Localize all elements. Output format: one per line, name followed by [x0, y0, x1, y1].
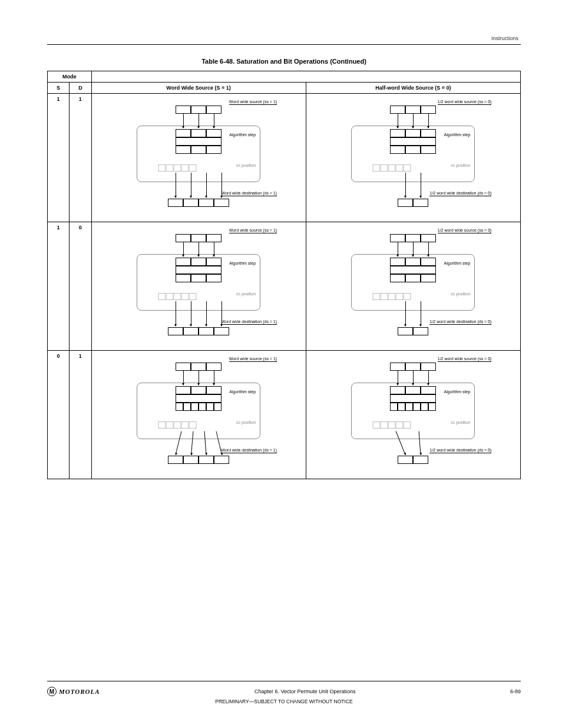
diagram-box — [183, 403, 191, 411]
diagram-box — [390, 274, 405, 282]
diagram-box — [191, 403, 199, 411]
diagram-box — [199, 403, 206, 411]
diagram-box — [421, 129, 436, 137]
cc-label: cc position — [236, 420, 256, 424]
diagram: Word wide source (ss = 1)Algorithm stepc… — [119, 228, 278, 340]
diagram-box — [405, 146, 421, 154]
diagram-box — [381, 421, 388, 429]
diagram-box — [206, 274, 222, 282]
mode-d: 0 — [70, 222, 91, 351]
th-half: Half-word Wide Source (S = 0) — [306, 83, 520, 94]
diagram-box — [405, 274, 421, 282]
diagram-box — [206, 129, 222, 137]
diagram-box — [176, 258, 191, 266]
diagram-box — [405, 258, 421, 266]
diagram-box — [428, 403, 436, 411]
diagram-box — [421, 234, 436, 242]
diagram-box — [158, 164, 166, 172]
diagram-box — [413, 403, 421, 411]
diagram-box — [405, 234, 421, 242]
diagram-box — [176, 129, 191, 137]
diagram-cell-wide: Word wide source (ss = 1)Algorithm stepc… — [91, 351, 306, 479]
diagram-cell-wide: Word wide source (ss = 1)Algorithm stepc… — [91, 222, 306, 351]
diagram-box — [176, 403, 183, 411]
diagram-box — [398, 403, 405, 411]
dest-label: 1/2 word wide destination (ds = 0) — [429, 191, 491, 196]
diagram-box — [421, 386, 436, 394]
diagram-box — [398, 456, 413, 464]
diagram-box — [191, 146, 206, 154]
mode-s: 1 — [48, 222, 70, 351]
source-label: Word wide source (ss = 1) — [229, 357, 277, 362]
diagram-box — [206, 386, 222, 394]
diagram-box — [189, 421, 197, 429]
algorithm-label: Algorithm step — [444, 390, 471, 394]
diagram-box — [390, 106, 405, 114]
diagram-box — [404, 421, 411, 429]
source-label: 1/2 word wide source (ss = 0) — [438, 228, 492, 233]
diagram-box — [421, 274, 436, 282]
dest-label: Word wide destination (ds = 1) — [221, 191, 277, 196]
diagram-box — [166, 293, 174, 300]
diagram-box — [183, 456, 199, 464]
algorithm-label: Algorithm step — [229, 133, 256, 137]
diagram-box — [396, 293, 404, 300]
algorithm-label: Algorithm step — [229, 261, 256, 265]
diagram-box — [176, 274, 191, 282]
diagram-box — [405, 129, 421, 137]
motorola-logo: M MOTOROLA — [47, 687, 100, 696]
page-header: Instructions — [47, 35, 521, 45]
diagram-box — [168, 456, 183, 464]
diagram-box — [421, 258, 436, 266]
diagram-box — [390, 403, 398, 411]
diagram: 1/2 word wide source (ss = 0)Algorithm s… — [333, 100, 492, 212]
diagram-box — [176, 386, 191, 394]
diagram-box — [390, 129, 405, 137]
th-mode: Mode — [48, 71, 92, 83]
diagram-box — [388, 421, 396, 429]
diagram-box — [390, 386, 405, 394]
diagram-box — [189, 293, 197, 300]
footer-prelim: PRELIMINARY—SUBJECT TO CHANGE WITHOUT NO… — [47, 699, 521, 704]
diagram-box — [214, 456, 229, 464]
source-label: Word wide source (ss = 1) — [229, 100, 277, 105]
diagram-box — [176, 234, 191, 242]
diagram-cell-half: 1/2 word wide source (ss = 0)Algorithm s… — [306, 222, 520, 351]
dest-label: Word wide destination (ds = 1) — [221, 448, 277, 453]
mode-d: 1 — [70, 351, 91, 479]
diagram-box — [158, 293, 166, 300]
cc-label: cc position — [236, 163, 256, 167]
source-label: 1/2 word wide source (ss = 0) — [438, 100, 492, 105]
diagram-box — [191, 363, 206, 371]
diagram-box — [168, 199, 183, 207]
motorola-wordmark: MOTOROLA — [59, 688, 100, 695]
cc-label: cc position — [236, 292, 256, 296]
diagram-box — [373, 421, 381, 429]
footer-chapter: Chapter 6. Vector Permute Unit Operation… — [254, 689, 356, 694]
th-d: D — [70, 83, 91, 94]
diagram-box — [388, 164, 396, 172]
diagram-box — [174, 293, 181, 300]
diagram-box — [166, 164, 174, 172]
algorithm-label: Algorithm step — [444, 133, 471, 137]
diagram-box — [183, 327, 199, 335]
diagram-box — [214, 403, 222, 411]
diagram-box — [158, 421, 166, 429]
diagram-cell-half: 1/2 word wide source (ss = 0)Algorithm s… — [306, 351, 520, 479]
diagram: 1/2 word wide source (ss = 0)Algorithm s… — [333, 228, 492, 340]
diagram-box — [381, 293, 388, 300]
mode-s: 0 — [48, 351, 70, 479]
diagram-box — [168, 327, 183, 335]
dest-label: 1/2 word wide destination (ds = 0) — [429, 319, 491, 325]
algorithm-label: Algorithm step — [444, 261, 471, 265]
diagram-box — [189, 164, 197, 172]
diagram-box — [390, 137, 436, 146]
diagram-box — [398, 199, 413, 207]
diagram-box — [191, 274, 206, 282]
diagram-box — [176, 394, 222, 403]
diagram-box — [405, 403, 413, 411]
diagram-box — [373, 164, 381, 172]
th-spacer — [91, 71, 521, 83]
table-caption: Table 6-48. Saturation and Bit Operation… — [47, 58, 521, 65]
footer-page: 6-89 — [510, 689, 521, 694]
